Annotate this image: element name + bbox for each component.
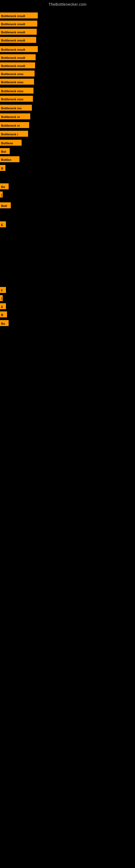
bar-label: Bottlen [0,156,19,162]
bar-row: B [0,311,7,317]
bar-label: B [0,165,5,171]
bar-label: | [0,191,3,197]
bar-label: Bottleneck res [0,105,32,111]
bar-row: Bottleneck result [0,21,37,27]
bar-label: F [0,287,6,293]
bar-row: F [0,287,6,293]
bar-label: | [0,295,3,301]
bar-label: Bo [0,320,9,326]
bar-label: Bottleneck resu [0,88,34,94]
bar-label: Bottleneck resu [0,70,35,76]
bar-label: Bott [0,203,11,208]
bar-label: B [0,311,7,317]
bar-row: | [0,191,3,197]
bar-label: Bottleneck re [0,113,30,119]
bar-label: Bottleneck result [0,37,36,43]
bar-row: Bottleneck result [0,12,38,19]
bar-label: Bottleneck result [0,46,38,52]
bar-row: Bottleneck resu [0,79,34,85]
bar-row: B [0,165,5,171]
bar-label: E [0,303,6,309]
bar-row: Bottleneck resu [0,96,33,102]
bar-label: Bottleneck result [0,62,35,68]
bar-label: Bottleneck r [0,131,28,137]
bar-row: E [0,221,6,227]
bar-row: Bottleneck result [0,46,38,52]
bar-label: Bottleneck result [0,12,38,19]
bar-label: Bo [0,183,9,189]
bar-row: Bottlen [0,156,19,162]
bar-row: Bottleneck r [0,131,28,137]
bar-label: Bottlene [0,140,21,146]
bar-row: | [0,295,3,301]
bar-row: Bottleneck resu [0,88,34,94]
bar-label: Bottleneck re [0,122,29,128]
bar-row: Bottleneck resu [0,70,35,76]
bar-row: Bottleneck result [0,62,35,68]
bar-row: Bott [0,203,11,208]
bar-label: Bottleneck resu [0,96,33,102]
bar-label: E [0,221,6,227]
bar-label: Bottleneck resu [0,79,34,85]
bar-row: Bottleneck result [0,54,36,60]
bar-label: Bottleneck result [0,21,37,27]
bar-row: E [0,303,6,309]
bar-row: Bottlene [0,140,21,146]
bar-row: Bot [0,148,10,154]
bar-row: Bottleneck res [0,105,32,111]
bar-label: Bottleneck result [0,54,36,60]
bar-row: Bottleneck result [0,37,36,43]
bar-label: Bot [0,148,10,154]
bar-row: Bo [0,183,9,189]
site-title: TheBottlenecker.com [0,0,135,8]
bar-row: Bo [0,320,9,326]
bar-row: Bottleneck re [0,122,29,128]
bar-row: Bottleneck re [0,113,30,119]
bar-row: Bottleneck result [0,29,37,35]
bar-label: Bottleneck result [0,29,37,35]
